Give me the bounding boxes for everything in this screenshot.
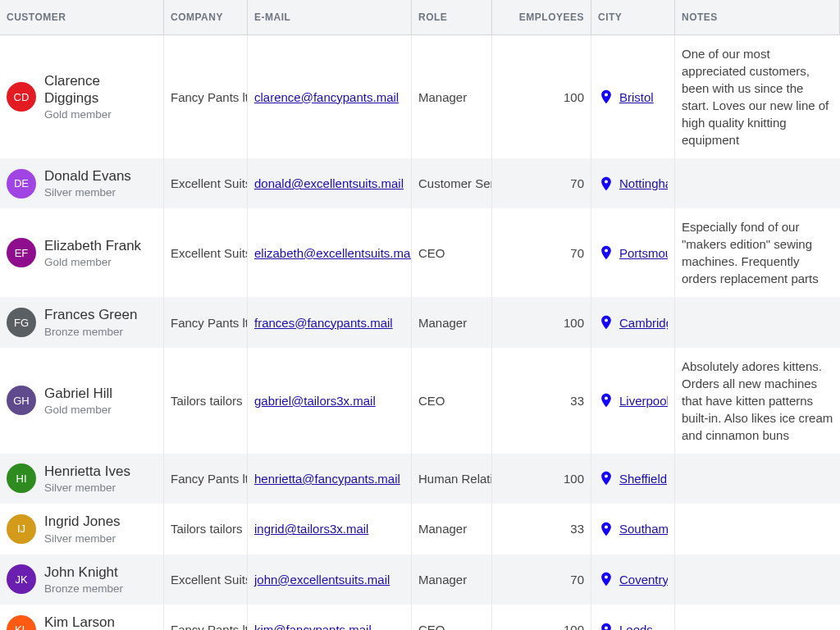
map-pin-icon[interactable] <box>598 519 614 539</box>
customer-info: Clarence Diggings Gold member <box>44 73 157 121</box>
customer-cell[interactable]: JK John Knight Bronze member <box>0 555 164 605</box>
company-cell: Fancy Pants ltd <box>164 605 248 630</box>
customer-name: Gabriel Hill <box>44 386 112 402</box>
city-link[interactable]: Portsmouth <box>619 246 668 260</box>
city-link[interactable]: Sheffield <box>619 472 667 486</box>
employees-cell: 33 <box>492 504 591 554</box>
customer-cell[interactable]: IJ Ingrid Jones Silver member <box>0 504 164 554</box>
customer-name: Elizabeth Frank <box>44 238 141 254</box>
avatar: KL <box>7 615 36 630</box>
customer-title: Silver member <box>44 186 131 199</box>
email-cell: john@excellentsuits.mail <box>248 555 412 605</box>
city-link[interactable]: Nottingham <box>619 176 668 190</box>
customer-name: Clarence Diggings <box>44 73 157 107</box>
company-cell: Tailors tailors <box>164 504 248 554</box>
column-header-company[interactable]: Company <box>164 0 248 35</box>
column-header-city[interactable]: City <box>591 0 675 35</box>
email-link[interactable]: henrietta@fancypants.mail <box>254 472 400 486</box>
email-link[interactable]: clarence@fancypants.mail <box>254 90 399 104</box>
notes-cell <box>675 605 840 630</box>
city-link[interactable]: Liverpool <box>619 394 668 408</box>
customer-title: Gold member <box>44 256 141 268</box>
map-pin-icon[interactable] <box>598 313 614 332</box>
city-cell: Coventry <box>591 555 675 605</box>
employees-cell: 100 <box>492 454 591 504</box>
city-cell: Portsmouth <box>591 208 675 297</box>
customer-cell[interactable]: DE Donald Evans Silver member <box>0 158 164 208</box>
role-cell: Manager <box>412 555 492 605</box>
column-header-employees[interactable]: Employees <box>492 0 591 35</box>
employees-cell: 100 <box>492 297 591 347</box>
avatar: HI <box>7 463 36 493</box>
avatar: CD <box>7 82 36 112</box>
email-cell: elizabeth@excellentsuits.mail <box>248 208 412 297</box>
email-link[interactable]: frances@fancypants.mail <box>254 316 393 330</box>
avatar: DE <box>7 169 36 199</box>
email-link[interactable]: gabriel@tailors3x.mail <box>254 394 376 408</box>
city-link[interactable]: Southampton <box>619 522 668 536</box>
employees-cell: 70 <box>492 555 591 605</box>
email-link[interactable]: elizabeth@excellentsuits.mail <box>254 246 412 260</box>
city-link[interactable]: Cambridge <box>619 316 668 330</box>
notes-cell: One of our most appreciated customers, b… <box>675 35 840 158</box>
city-link[interactable]: Bristol <box>619 90 654 104</box>
employees-cell: 100 <box>492 35 591 158</box>
city-cell: Cambridge <box>591 297 675 347</box>
role-cell: Manager <box>412 35 492 158</box>
city-cell: Leeds <box>591 605 675 630</box>
customer-name: Ingrid Jones <box>44 514 121 530</box>
company-cell: Fancy Pants ltd <box>164 35 248 158</box>
email-cell: frances@fancypants.mail <box>248 297 412 347</box>
city-link[interactable]: Coventry <box>619 573 668 587</box>
customer-cell[interactable]: GH Gabriel Hill Gold member <box>0 348 164 454</box>
customers-table: Customer Company E-mail Role Employees C… <box>0 0 840 630</box>
role-cell: Customer Service <box>412 158 492 208</box>
map-pin-icon[interactable] <box>598 174 614 194</box>
customer-info: Gabriel Hill Gold member <box>44 386 112 416</box>
customer-name: Kim Larson <box>44 614 115 630</box>
email-cell: henrietta@fancypants.mail <box>248 454 412 504</box>
map-pin-icon[interactable] <box>598 569 614 589</box>
email-link[interactable]: donald@excellentsuits.mail <box>254 176 404 190</box>
city-link[interactable]: Leeds <box>619 623 653 630</box>
column-header-email[interactable]: E-mail <box>248 0 412 35</box>
email-cell: gabriel@tailors3x.mail <box>248 348 412 454</box>
map-pin-icon[interactable] <box>598 390 614 410</box>
customer-info: Elizabeth Frank Gold member <box>44 238 141 268</box>
company-cell: Excellent Suits <box>164 158 248 208</box>
company-cell: Excellent Suits <box>164 208 248 297</box>
customer-cell[interactable]: CD Clarence Diggings Gold member <box>0 35 164 158</box>
customer-cell[interactable]: FG Frances Green Bronze member <box>0 297 164 347</box>
avatar: JK <box>7 564 36 594</box>
email-link[interactable]: kim@fancypants.mail <box>254 623 372 630</box>
map-pin-icon[interactable] <box>598 243 614 262</box>
role-cell: Manager <box>412 504 492 554</box>
notes-cell <box>675 504 840 554</box>
role-cell: CEO <box>412 605 492 630</box>
email-link[interactable]: ingrid@tailors3x.mail <box>254 522 368 536</box>
customer-cell[interactable]: HI Henrietta Ives Silver member <box>0 454 164 504</box>
notes-cell: Absolutely adores kittens. Orders all ne… <box>675 348 840 454</box>
avatar: GH <box>7 386 36 415</box>
customer-name: John Knight <box>44 564 123 581</box>
customer-name: Frances Green <box>44 307 137 323</box>
email-cell: ingrid@tailors3x.mail <box>248 504 412 554</box>
email-link[interactable]: john@excellentsuits.mail <box>254 573 390 587</box>
customer-cell[interactable]: KL Kim Larson Gold member <box>0 605 164 630</box>
map-pin-icon[interactable] <box>598 87 614 107</box>
city-cell: Sheffield <box>591 454 675 504</box>
column-header-role[interactable]: Role <box>412 0 492 35</box>
column-header-customer[interactable]: Customer <box>0 0 164 35</box>
email-cell: clarence@fancypants.mail <box>248 35 412 158</box>
notes-cell <box>675 555 840 605</box>
map-pin-icon[interactable] <box>598 468 614 488</box>
customer-info: Donald Evans Silver member <box>44 168 131 199</box>
customer-cell[interactable]: EF Elizabeth Frank Gold member <box>0 208 164 297</box>
customer-info: Ingrid Jones Silver member <box>44 514 121 544</box>
notes-cell <box>675 158 840 208</box>
column-header-notes[interactable]: Notes <box>675 0 840 35</box>
email-cell: donald@excellentsuits.mail <box>248 158 412 208</box>
customer-title: Silver member <box>44 482 130 494</box>
map-pin-icon[interactable] <box>598 620 614 630</box>
notes-cell: Especially fond of our "makers edition" … <box>675 208 840 297</box>
